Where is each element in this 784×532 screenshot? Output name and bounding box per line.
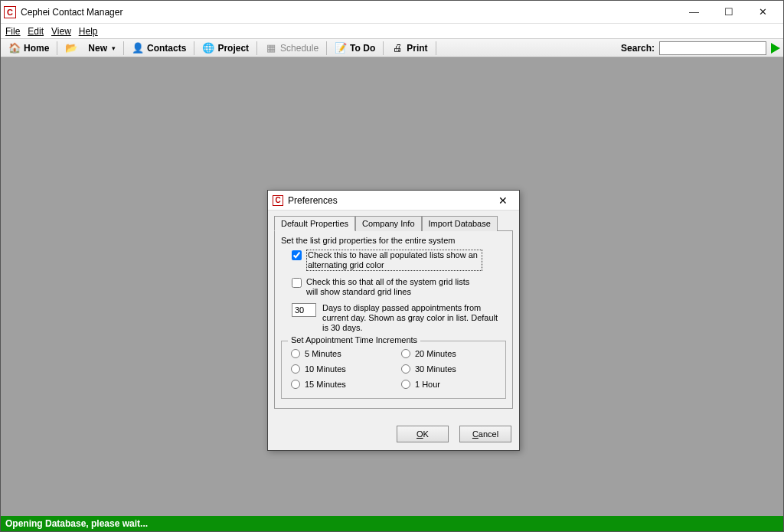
menu-edit[interactable]: Edit bbox=[28, 26, 44, 37]
separator bbox=[194, 41, 194, 55]
alternating-color-checkbox[interactable] bbox=[292, 250, 302, 260]
preferences-dialog: C Preferences ✕ Default Properties Compa… bbox=[267, 190, 520, 451]
days-row: Days to display passed appointments from… bbox=[292, 303, 506, 333]
app-icon: C bbox=[4, 6, 16, 18]
separator bbox=[326, 41, 327, 55]
menu-help[interactable]: Help bbox=[79, 26, 98, 37]
close-button[interactable]: ✕ bbox=[746, 2, 780, 23]
new-button[interactable]: New ▾ bbox=[83, 41, 120, 56]
dialog-title: Preferences bbox=[288, 195, 492, 206]
contacts-button[interactable]: 👤 Contacts bbox=[127, 41, 191, 56]
radio-15-minutes[interactable]: 15 Minutes bbox=[291, 380, 386, 389]
search-go-button[interactable] bbox=[771, 43, 780, 54]
increments-legend: Set Appointment Time Increments bbox=[288, 335, 420, 344]
new-folder-button[interactable]: 📂 bbox=[60, 41, 82, 56]
home-button[interactable]: 🏠 Home bbox=[4, 41, 54, 56]
menubar: File Edit View Help bbox=[1, 24, 783, 39]
tab-panel: Set the list grid properties for the ent… bbox=[274, 230, 513, 409]
minimize-button[interactable]: — bbox=[677, 2, 711, 23]
print-button[interactable]: 🖨 Print bbox=[387, 41, 432, 56]
schedule-button: ▦ Schedule bbox=[260, 41, 323, 56]
radio-5-minutes[interactable]: 5 Minutes bbox=[291, 349, 386, 358]
days-label: Days to display passed appointments from… bbox=[322, 303, 498, 333]
separator bbox=[256, 41, 257, 55]
separator bbox=[436, 41, 436, 55]
gridlines-checkbox[interactable] bbox=[292, 278, 302, 288]
tab-default-properties[interactable]: Default Properties bbox=[274, 216, 355, 231]
panel-heading: Set the list grid properties for the ent… bbox=[281, 236, 506, 245]
home-icon: 🏠 bbox=[8, 42, 21, 54]
dialog-icon: C bbox=[273, 195, 283, 206]
todo-label: To Do bbox=[350, 43, 375, 54]
dialog-titlebar: C Preferences ✕ bbox=[268, 191, 519, 211]
folder-icon: 📂 bbox=[65, 42, 77, 54]
cancel-button[interactable]: Cancel bbox=[459, 426, 511, 442]
gridlines-row: Check this so that all of the system gri… bbox=[292, 277, 506, 297]
alternating-color-row: Check this to have all populated lists s… bbox=[292, 250, 506, 271]
dialog-buttons: OK Cancel bbox=[268, 416, 519, 450]
new-label: New bbox=[88, 43, 107, 54]
separator bbox=[57, 41, 57, 55]
titlebar: C Cephei Contact Manager — ☐ ✕ bbox=[1, 1, 783, 24]
increments-fieldset: Set Appointment Time Increments 5 Minute… bbox=[281, 341, 506, 399]
schedule-label: Schedule bbox=[280, 43, 318, 54]
project-label: Project bbox=[217, 43, 249, 54]
tab-import-database[interactable]: Import Database bbox=[422, 216, 498, 231]
printer-icon: 🖨 bbox=[391, 42, 403, 54]
gridlines-label: Check this so that all of the system gri… bbox=[306, 277, 482, 297]
ok-button[interactable]: OK bbox=[397, 426, 449, 442]
dialog-body: Default Properties Company Info Import D… bbox=[268, 211, 519, 416]
radio-1-hour[interactable]: 1 Hour bbox=[401, 380, 496, 389]
project-button[interactable]: 🌐 Project bbox=[198, 41, 253, 56]
globe-icon: 🌐 bbox=[202, 42, 214, 54]
tab-company-info[interactable]: Company Info bbox=[355, 216, 421, 231]
note-icon: 📝 bbox=[335, 42, 347, 54]
contacts-label: Contacts bbox=[147, 43, 186, 54]
status-text: Opening Database, please wait... bbox=[5, 518, 148, 529]
search-input[interactable] bbox=[659, 41, 766, 55]
todo-button[interactable]: 📝 To Do bbox=[330, 41, 380, 56]
radio-20-minutes[interactable]: 20 Minutes bbox=[401, 349, 496, 358]
calendar-icon: ▦ bbox=[265, 42, 277, 54]
menu-view[interactable]: View bbox=[51, 26, 71, 37]
main-window: C Cephei Contact Manager — ☐ ✕ File Edit… bbox=[0, 0, 784, 532]
menu-file[interactable]: File bbox=[5, 26, 20, 37]
separator bbox=[123, 41, 124, 55]
toolbar: 🏠 Home 📂 New ▾ 👤 Contacts 🌐 Project ▦ Sc… bbox=[1, 39, 783, 57]
maximize-button[interactable]: ☐ bbox=[711, 2, 746, 23]
separator bbox=[383, 41, 384, 55]
increments-grid: 5 Minutes 20 Minutes 10 Minutes 30 Minut… bbox=[291, 349, 496, 389]
window-controls: — ☐ ✕ bbox=[677, 2, 780, 23]
radio-30-minutes[interactable]: 30 Minutes bbox=[401, 364, 496, 374]
days-input[interactable] bbox=[292, 303, 316, 317]
person-icon: 👤 bbox=[132, 42, 144, 54]
home-label: Home bbox=[24, 43, 49, 54]
workspace: C Preferences ✕ Default Properties Compa… bbox=[1, 57, 783, 516]
window-title: Cephei Contact Manager bbox=[21, 7, 677, 18]
alternating-color-label: Check this to have all populated lists s… bbox=[306, 250, 482, 271]
tabs: Default Properties Company Info Import D… bbox=[274, 215, 513, 230]
statusbar: Opening Database, please wait... bbox=[1, 516, 783, 531]
print-label: Print bbox=[407, 43, 427, 54]
radio-10-minutes[interactable]: 10 Minutes bbox=[291, 364, 386, 374]
chevron-down-icon: ▾ bbox=[112, 44, 116, 52]
dialog-close-button[interactable]: ✕ bbox=[492, 192, 514, 209]
search-label: Search: bbox=[621, 43, 655, 54]
